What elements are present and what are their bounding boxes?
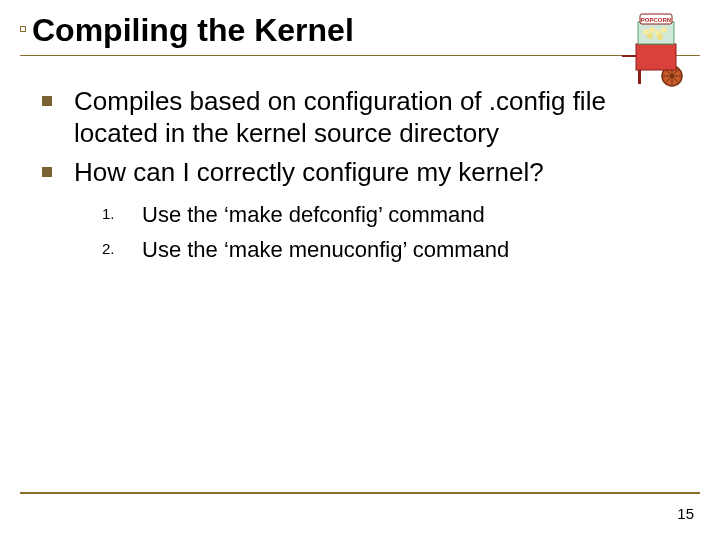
sublist-item: 1. Use the ‘make defconfig’ command [102,201,690,230]
svg-point-16 [657,34,663,40]
svg-point-14 [661,27,667,33]
bullet-item: How can I correctly configure my kernel? [42,157,690,189]
content-area: Compiles based on configuration of .conf… [20,86,700,264]
title-row: Compiling the Kernel [20,12,700,49]
svg-point-12 [649,27,655,33]
bullet-square-icon [42,96,52,106]
svg-rect-7 [638,70,641,84]
sublist-text: Use the ‘make defconfig’ command [142,201,485,230]
sublist-item: 2. Use the ‘make menuconfig’ command [102,236,690,265]
footer-rule [20,492,700,494]
svg-text:POPCORN: POPCORN [641,17,671,23]
bullet-text: How can I correctly configure my kernel? [74,157,544,189]
title-accent-square [20,26,26,32]
slide: Compiling the Kernel POPCORN [0,0,720,540]
sublist-text: Use the ‘make menuconfig’ command [142,236,509,265]
slide-title: Compiling the Kernel [32,12,700,49]
sublist-number: 1. [102,201,142,230]
page-number: 15 [677,505,694,522]
numbered-sublist: 1. Use the ‘make defconfig’ command 2. U… [42,201,690,264]
bullet-square-icon [42,167,52,177]
svg-rect-6 [636,44,676,70]
popcorn-cart-icon: POPCORN [620,8,690,88]
title-underline [20,55,700,56]
bullet-item: Compiles based on configuration of .conf… [42,86,690,149]
bullet-text: Compiles based on configuration of .conf… [74,86,690,149]
sublist-number: 2. [102,236,142,265]
svg-point-15 [647,33,653,39]
